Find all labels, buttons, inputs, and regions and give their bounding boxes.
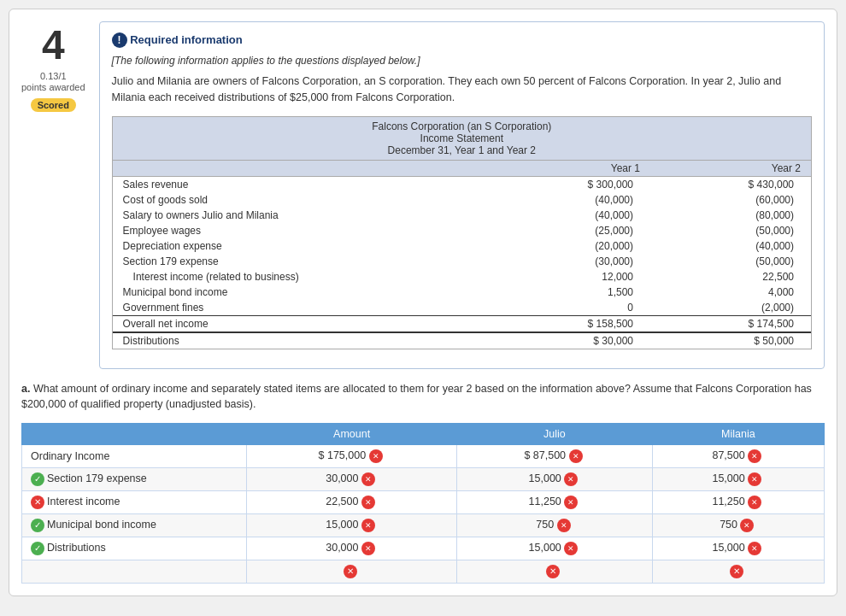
answer-row-amount: 30,000 ✕ [246, 468, 456, 491]
income-row: Interest income (related to business) 12… [113, 269, 811, 285]
row-icon-milania-5: ✕ [730, 565, 743, 578]
sub-question-body: What amount of ordinary income and separ… [21, 383, 812, 411]
income-row-label: Section 179 expense [113, 254, 476, 269]
income-row-year2: 22,500 [650, 269, 811, 285]
julio-x-1: ✕ [564, 472, 578, 486]
income-row-year1: (20,000) [476, 238, 650, 254]
answer-row-milania: 11,250 ✕ [652, 491, 824, 514]
income-dist-label: Distributions [113, 332, 476, 349]
income-row-label: Salary to owners Julio and Milania [113, 208, 476, 223]
income-row: Employee wages (25,000) (50,000) [113, 223, 811, 238]
income-row-year1: (40,000) [476, 208, 650, 223]
income-row-year2: (50,000) [650, 223, 811, 238]
milania-x-0: ✕ [748, 449, 761, 463]
row-icon-julio-5: ✕ [546, 565, 560, 578]
income-row-label: Sales revenue [113, 176, 476, 192]
answer-col-julio: Julio [457, 424, 652, 445]
income-row-label: Municipal bond income [113, 285, 476, 300]
answer-row-julio: 750 ✕ [457, 514, 652, 537]
income-row: Cost of goods sold (40,000) (60,000) [113, 192, 811, 208]
col-year2: Year 2 [650, 161, 811, 177]
answer-row-label: ✓Municipal bond income [22, 514, 247, 537]
income-row: Government fines 0 (2,000) [113, 300, 811, 316]
income-total-year2: $ 174,500 [650, 315, 811, 332]
answer-col-milania: Milania [652, 424, 824, 445]
answer-row: ✕Interest income 22,500 ✕ 11,250 ✕ 11,25… [22, 491, 825, 514]
answer-row-amount: 15,000 ✕ [246, 514, 456, 537]
income-row-year2: (50,000) [650, 254, 811, 269]
income-row: Depreciation expense (20,000) (40,000) [113, 238, 811, 254]
income-stmt-table: Year 1 Year 2 Sales revenue $ 300,000 $ … [113, 161, 811, 349]
income-row-year2: (80,000) [650, 208, 811, 223]
income-row-year1: (40,000) [476, 192, 650, 208]
income-row: Sales revenue $ 300,000 $ 430,000 [113, 176, 811, 192]
row-icon-5: ✕ [344, 565, 357, 578]
answer-row: ✕ ✕ ✕ [22, 560, 825, 584]
scored-badge: Scored [31, 98, 76, 112]
italic-note: [The following information applies to th… [112, 55, 812, 67]
sub-question-label: a. [21, 383, 30, 395]
answer-row-milania: 15,000 ✕ [652, 468, 824, 491]
amount-x-4: ✕ [361, 542, 375, 555]
income-stmt-title1: Falcons Corporation (an S Corporation) [120, 120, 804, 132]
income-row-year1: 1,500 [476, 285, 650, 300]
answer-row-label: ✓Section 179 expense [22, 468, 247, 491]
amount-x-0: ✕ [369, 449, 383, 463]
income-dist-row: Distributions $ 30,000 $ 50,000 [113, 332, 811, 349]
answer-row: ✓Municipal bond income 15,000 ✕ 750 ✕ 75… [22, 514, 825, 537]
income-row-year2: 4,000 [650, 285, 811, 300]
answer-col-amount: Amount [246, 424, 456, 445]
milania-x-3: ✕ [740, 519, 754, 532]
income-total-label: Overall net income [113, 315, 476, 332]
sub-question-text: a. What amount of ordinary income and se… [21, 381, 825, 414]
income-row-year1: 12,000 [476, 269, 650, 285]
income-total-row: Overall net income $ 158,500 $ 174,500 [113, 315, 811, 332]
col-year1: Year 1 [476, 161, 650, 177]
milania-x-1: ✕ [748, 472, 761, 486]
amount-x-1: ✕ [361, 472, 375, 486]
income-row-label: Interest income (related to business) [113, 269, 476, 285]
income-row-year1: $ 300,000 [476, 176, 650, 192]
income-dist-year1: $ 30,000 [476, 332, 650, 349]
julio-x-3: ✕ [557, 519, 571, 532]
income-row-year2: (2,000) [650, 300, 811, 316]
answer-row-julio: 11,250 ✕ [457, 491, 652, 514]
answer-row: ✓Distributions 30,000 ✕ 15,000 ✕ 15,000 … [22, 537, 825, 560]
answer-row: ✓Section 179 expense 30,000 ✕ 15,000 ✕ 1… [22, 468, 825, 491]
answer-row-label [22, 560, 247, 584]
top-section: 4 0.13/1 points awarded Scored ! Require… [21, 21, 825, 369]
income-row-label: Government fines [113, 300, 476, 316]
income-total-year1: $ 158,500 [476, 315, 650, 332]
answer-row-milania: 87,500 ✕ [652, 445, 824, 468]
income-row: Section 179 expense (30,000) (50,000) [113, 254, 811, 269]
answer-table: Amount Julio Milania Ordinary Income $ 1… [21, 423, 825, 584]
points-label: 0.13/1 points awarded [21, 71, 85, 93]
question-number: 4 [32, 21, 74, 66]
info-icon: ! [112, 32, 127, 48]
answer-row-label: ✓Distributions [22, 537, 247, 560]
income-stmt-header: Falcons Corporation (an S Corporation) I… [113, 117, 811, 161]
julio-x-2: ✕ [564, 496, 578, 509]
income-row-year1: (30,000) [476, 254, 650, 269]
answer-row-milania: 15,000 ✕ [652, 537, 824, 560]
required-info-title: Required information [130, 33, 242, 46]
row-status-icon-4: ✓ [31, 542, 44, 555]
income-row-year1: 0 [476, 300, 650, 316]
answer-row-amount: 30,000 ✕ [246, 537, 456, 560]
income-row-year2: (40,000) [650, 238, 811, 254]
row-status-icon-3: ✓ [31, 519, 44, 532]
answer-row-amount: 22,500 ✕ [246, 491, 456, 514]
answer-row-julio: 15,000 ✕ [457, 468, 652, 491]
points-awarded-label: points awarded [21, 82, 85, 92]
milania-x-2: ✕ [748, 496, 761, 509]
income-row-year2: $ 430,000 [650, 176, 811, 192]
amount-x-3: ✕ [361, 519, 375, 532]
bottom-section: a. What amount of ordinary income and se… [21, 381, 825, 584]
income-row: Salary to owners Julio and Milania (40,0… [113, 208, 811, 223]
info-box: ! Required information [The following in… [99, 21, 825, 369]
answer-row: Ordinary Income $ 175,000 ✕ $ 87,500 ✕ 8… [22, 445, 825, 468]
amount-x-2: ✕ [361, 496, 375, 509]
intro-text: Julio and Milania are owners of Falcons … [112, 73, 812, 106]
income-statement: Falcons Corporation (an S Corporation) I… [112, 116, 812, 349]
answer-row-julio: 15,000 ✕ [457, 537, 652, 560]
